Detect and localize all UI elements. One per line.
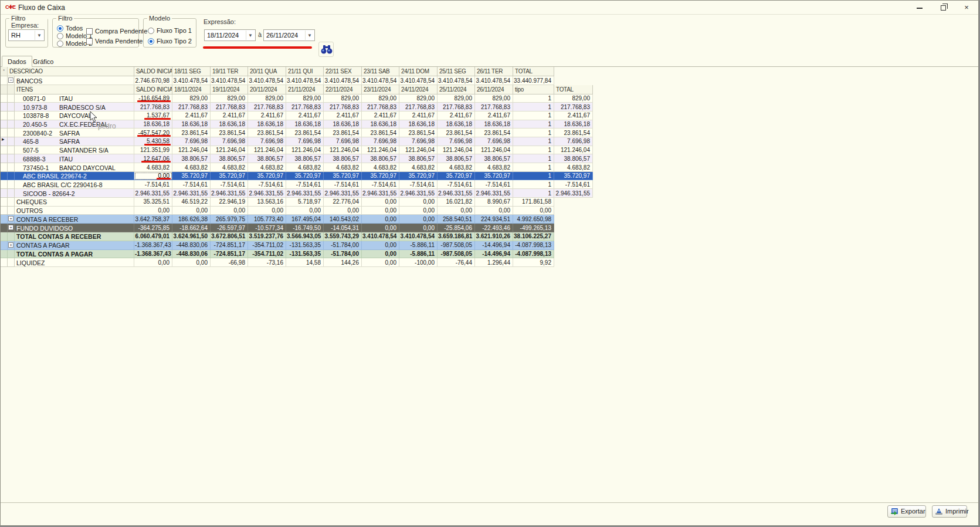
column-header[interactable]: SALDO INICIAL [134,67,172,76]
summary-value-cell[interactable]: 0,00 [399,198,438,207]
summary-value-cell[interactable]: 13.563,16 [248,198,286,207]
detail-column-header[interactable]: 19/11/2024 [211,85,248,94]
saldo-inicial-cell[interactable]: 217.768,83 [134,103,172,112]
summary-row[interactable]: +FUNDO DUVIDOSO-364.275,85-18.662,64-26.… [1,224,554,232]
daily-value-cell[interactable]: 217.768,83 [438,103,475,112]
summary-value-cell[interactable]: -987.508,05 [438,241,475,250]
summary-row[interactable]: TOTAL CONTAS A RECEBER6.060.479,013.624.… [1,232,554,241]
daily-value-cell[interactable]: -7.514,61 [475,180,513,189]
saldo-inicial-cell[interactable]: 12.647,06 [134,154,172,163]
collapse-icon[interactable]: − [8,77,13,83]
tipo-cell[interactable]: 1 [513,154,554,163]
daily-value-cell[interactable]: 121.246,04 [248,146,286,155]
bank-item-row[interactable]: 737450-1BANCO DAYCOVAL4.683,824.683,824.… [1,163,593,172]
daily-value-cell[interactable]: 2.946.331,55 [475,189,513,198]
summary-value-cell[interactable]: 8.990,67 [475,198,513,207]
daily-value-cell[interactable]: 23.861,54 [399,129,438,137]
summary-value-cell[interactable]: 0,00 [362,215,399,224]
summary-value-cell[interactable]: 0,00 [286,207,324,215]
summary-value-cell[interactable]: 0,00 [211,207,248,215]
summary-value-cell[interactable]: 0,00 [324,207,362,215]
summary-value-cell[interactable]: 265.979,75 [211,215,248,224]
daily-value-cell[interactable]: -7.514,61 [399,180,438,189]
bank-item-row[interactable]: 10.973-8BRADESCO S/A217.768,83217.768,83… [1,103,593,112]
summary-value-cell[interactable]: 4.992.650,98 [513,215,554,224]
daily-value-cell[interactable]: 35.720,97 [362,172,399,181]
radio-todos[interactable]: Todos [57,25,83,32]
column-header[interactable]: 21/11 QUI [286,67,324,76]
item-total-cell[interactable]: 2.411,67 [554,112,593,120]
daily-value-cell[interactable]: 121.246,04 [211,146,248,155]
column-header[interactable]: 25/11 SEG [438,67,475,76]
summary-row[interactable]: CHEQUES35.325,5146.519,2222.946,1913.563… [1,198,554,207]
summary-value-cell[interactable]: -10.577,34 [248,224,286,232]
detail-column-header[interactable]: 21/11/2024 [286,85,324,94]
summary-value-cell[interactable]: -448.830,06 [172,241,211,250]
expand-icon[interactable]: + [8,242,13,248]
summary-value-cell[interactable]: 3.410.478,54 [362,232,399,241]
daily-value-cell[interactable]: 18.636,18 [475,120,513,129]
summary-value-cell[interactable]: -448.830,06 [172,250,211,259]
summary-row[interactable]: +CONTAS A PAGAR-1.368.367,43-448.830,06-… [1,241,554,250]
daily-value-cell[interactable]: 35.720,97 [399,172,438,181]
summary-value-cell[interactable]: -100,00 [399,258,438,267]
daily-value-cell[interactable]: 217.768,83 [172,103,211,112]
summary-label-cell[interactable]: CONTAS A RECEBER [15,215,134,224]
tipo-cell[interactable]: 1 [513,163,554,172]
tipo-cell[interactable]: 1 [513,112,554,120]
daily-value-cell[interactable]: 18.636,18 [211,120,248,129]
empresa-combobox[interactable]: RH ▼ [8,29,45,41]
summary-value-cell[interactable]: -5.886,11 [399,250,438,259]
saldo-inicial-cell[interactable]: -7.514,61 [134,180,172,189]
summary-value-cell[interactable]: 0,00 [513,207,554,215]
column-header[interactable]: 24/11 DOM [399,67,438,76]
daily-value-cell[interactable]: 38.806,57 [475,154,513,163]
detail-column-header[interactable]: 18/11/2024 [172,85,211,94]
master-header-row[interactable]: *DESCRICAOSALDO INICIAL18/11 SEG19/11 TE… [1,67,554,76]
saldo-inicial-cell[interactable]: 121.351,99 [134,146,172,155]
item-total-cell[interactable]: 217.768,83 [554,103,593,112]
summary-value-cell[interactable]: -16.749,50 [286,224,324,232]
daily-value-cell[interactable]: 4.683,82 [248,163,286,172]
column-header[interactable]: 22/11 SEX [324,67,362,76]
daily-value-cell[interactable]: 2.946.331,55 [211,189,248,198]
saldo-inicial-cell[interactable]: 2.946.331,55 [134,189,172,198]
summary-value-cell[interactable]: 35.325,51 [134,198,172,207]
item-total-cell[interactable]: 121.246,04 [554,146,593,155]
daily-value-cell[interactable]: 2.946.331,55 [286,189,324,198]
daily-value-cell[interactable]: -7.514,61 [286,180,324,189]
daily-value-cell[interactable]: 35.720,97 [286,172,324,181]
summary-value-cell[interactable]: 0,00 [362,241,399,250]
summary-value-cell[interactable]: -4.087.998,13 [513,250,554,259]
daily-value-cell[interactable]: 7.696,98 [324,137,362,146]
bank-item-name-cell[interactable]: 10.973-8BRADESCO S/A [15,103,134,112]
daily-value-cell[interactable]: 18.636,18 [399,120,438,129]
bancos-value-cell[interactable]: 3.410.478,54 [362,76,399,85]
summary-value-cell[interactable]: 3.559.743,29 [324,232,362,241]
daily-value-cell[interactable]: 18.636,18 [362,120,399,129]
date-from-combobox[interactable]: 18/11/2024 ▼ [204,29,256,41]
column-header-itens[interactable]: ITENS [15,85,134,94]
daily-value-cell[interactable]: 2.411,67 [399,112,438,120]
saldo-inicial-cell[interactable]: -457.547,20 [134,129,172,137]
bank-item-name-cell[interactable]: 20.450-5CX.EC.FEDERAL [15,120,134,129]
saldo-inicial-cell[interactable]: 0,00 [134,172,172,181]
daily-value-cell[interactable]: 2.946.331,55 [172,189,211,198]
daily-value-cell[interactable]: 2.946.331,55 [438,189,475,198]
summary-value-cell[interactable]: -51.784,00 [324,250,362,259]
summary-value-cell[interactable]: -1.368.367,43 [134,241,172,250]
saldo-inicial-cell[interactable]: 18.636,18 [134,120,172,129]
bank-item-name-cell[interactable]: 465-8SAFRA [15,137,134,146]
daily-value-cell[interactable]: 38.806,57 [248,154,286,163]
detail-column-header[interactable]: 20/11/2024 [248,85,286,94]
summary-value-cell[interactable]: 0,00 [362,224,399,232]
detail-column-header[interactable]: 23/11/2024 [362,85,399,94]
summary-label-cell[interactable]: CHEQUES [15,198,134,207]
bank-item-name-cell[interactable]: 00871-0ITAU [15,94,134,103]
print-button[interactable]: Imprimir [932,505,967,518]
daily-value-cell[interactable]: 217.768,83 [362,103,399,112]
collapse-all-icon[interactable]: * [1,67,8,76]
column-header-descricao[interactable]: DESCRICAO [8,67,134,76]
summary-value-cell[interactable]: 0,00 [362,198,399,207]
summary-value-cell[interactable]: 3.624.961,50 [172,232,211,241]
